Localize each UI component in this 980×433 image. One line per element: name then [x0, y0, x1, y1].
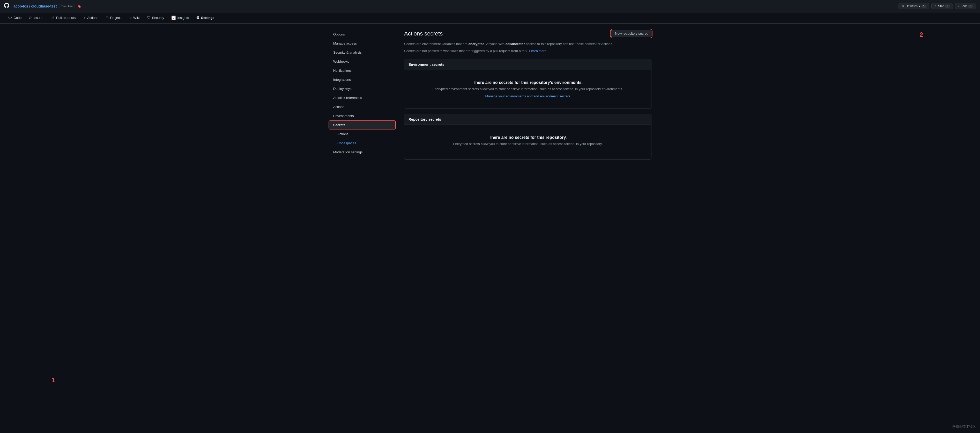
repo-path: jacob-lcs / cloudbase-test: [13, 4, 57, 8]
star-button[interactable]: ☆ Star 0: [931, 3, 953, 9]
sidebar-item-actions-nav[interactable]: Actions: [329, 102, 396, 111]
nav-item-insights[interactable]: 📈 Insights: [168, 13, 192, 23]
sidebar-item-notifications[interactable]: Notifications: [329, 66, 396, 75]
page-title: Actions secrets: [404, 30, 443, 37]
new-repository-secret-button[interactable]: New repository secret: [611, 30, 651, 37]
description-line1: Secrets are environment variables that a…: [404, 42, 651, 47]
nav-item-projects[interactable]: ⊞ Projects: [102, 13, 126, 23]
repo-nav: <> Code ⊙ Issues ⎇ Pull requests ▷ Actio…: [0, 13, 980, 24]
annotation-label-2: 2: [920, 31, 923, 38]
repo-name[interactable]: cloudbase-test: [31, 4, 57, 8]
github-icon: [4, 3, 9, 9]
sidebar-item-deploy-keys[interactable]: Deploy keys: [329, 84, 396, 93]
fork-label: Fork: [961, 5, 967, 8]
nav-label-code: Code: [13, 16, 21, 20]
sidebar-item-security-analysis[interactable]: Security & analysis: [329, 48, 396, 57]
topbar: jacob-lcs / cloudbase-test Template 🔖 👁 …: [0, 0, 980, 13]
issues-icon: ⊙: [29, 16, 32, 20]
watch-count: 1: [921, 5, 926, 8]
repo-owner[interactable]: jacob-lcs: [13, 4, 28, 8]
repo-secrets-header: Repository secrets: [404, 114, 651, 125]
annotation-label-1: 1: [52, 377, 55, 384]
nav-item-issues[interactable]: ⊙ Issues: [25, 13, 47, 23]
sidebar-item-manage-access[interactable]: Manage access: [329, 39, 396, 48]
watch-button[interactable]: 👁 Unwatch ▾ 1: [899, 3, 929, 9]
description-line2: Secrets are not passed to workflows that…: [404, 48, 651, 54]
sidebar-item-webhooks[interactable]: Webhooks: [329, 57, 396, 66]
nav-label-insights: Insights: [177, 16, 189, 20]
settings-icon: ⚙: [196, 16, 199, 20]
nav-label-wiki: Wiki: [133, 16, 140, 20]
nav-item-pull-requests[interactable]: ⎇ Pull requests: [47, 13, 79, 23]
star-label: Star: [938, 5, 944, 8]
eye-icon: 👁: [901, 5, 904, 8]
repo-secrets-empty: There are no secrets for this repository…: [404, 125, 651, 159]
actions-icon: ▷: [83, 16, 86, 20]
nav-item-wiki[interactable]: ≡ Wiki: [126, 13, 143, 23]
bookmark-icon[interactable]: 🔖: [77, 4, 81, 8]
manage-environments-link[interactable]: Manage your environments and add environ…: [485, 94, 570, 98]
star-count: 0: [945, 5, 950, 8]
nav-label-projects: Projects: [110, 16, 123, 20]
sidebar-item-integrations[interactable]: Integrations: [329, 75, 396, 84]
fork-count: 0: [968, 5, 973, 8]
topbar-right: 👁 Unwatch ▾ 1 ☆ Star 0 ⑂ Fork 0: [899, 3, 976, 9]
sidebar-item-secrets[interactable]: Secrets: [329, 120, 396, 129]
nav-label-pull-requests: Pull requests: [56, 16, 76, 20]
sidebar-item-codespaces[interactable]: Codespaces: [333, 139, 396, 148]
sidebar-item-autolink-references[interactable]: Autolink references: [329, 93, 396, 102]
star-icon: ☆: [934, 5, 937, 8]
nav-label-issues: Issues: [33, 16, 43, 20]
topbar-left: jacob-lcs / cloudbase-test Template 🔖: [4, 3, 896, 9]
wiki-icon: ≡: [130, 16, 132, 20]
pull-requests-icon: ⎇: [51, 16, 54, 20]
content-area: Actions secrets New repository secret Se…: [396, 30, 651, 160]
template-badge: Template: [59, 4, 75, 8]
env-secrets-empty: There are no secrets for this repository…: [404, 70, 651, 109]
repository-secrets-section: Repository secrets There are no secrets …: [404, 114, 651, 160]
page-header: Actions secrets New repository secret: [404, 30, 651, 37]
sidebar-item-options[interactable]: Options: [329, 30, 396, 39]
main-container: Options Manage access Security & analysi…: [325, 24, 655, 166]
env-secrets-empty-desc: Encrypted environment secrets allow you …: [410, 87, 646, 91]
nav-label-actions: Actions: [87, 16, 98, 20]
code-icon: <>: [8, 16, 12, 20]
env-secrets-header: Environment secrets: [404, 59, 651, 70]
sidebar-item-actions-sub[interactable]: Actions: [333, 129, 396, 139]
fork-icon: ⑂: [958, 5, 959, 8]
nav-label-security: Security: [152, 16, 164, 20]
watch-label: Unwatch: [905, 5, 918, 8]
env-secrets-empty-title: There are no secrets for this repository…: [410, 80, 646, 85]
watermark: @掘金技术社区: [952, 424, 976, 429]
sidebar: Options Manage access Security & analysi…: [329, 30, 396, 160]
insights-icon: 📈: [171, 16, 176, 20]
repo-secrets-empty-title: There are no secrets for this repository…: [410, 135, 646, 140]
fork-button[interactable]: ⑂ Fork 0: [955, 3, 976, 9]
nav-item-security[interactable]: 🛡 Security: [143, 13, 168, 23]
repo-secrets-empty-desc: Encrypted secrets allow you to store sen…: [410, 142, 646, 146]
sidebar-sub-actions: Actions Codespaces: [329, 129, 396, 148]
nav-item-settings[interactable]: ⚙ Settings: [192, 13, 218, 23]
security-icon: 🛡: [147, 16, 151, 20]
repo-slash: /: [29, 4, 30, 8]
nav-item-code[interactable]: <> Code: [4, 13, 25, 23]
watch-chevron-icon: ▾: [919, 5, 920, 8]
sidebar-item-environments[interactable]: Environments: [329, 111, 396, 120]
nav-label-settings: Settings: [201, 16, 214, 20]
nav-item-actions[interactable]: ▷ Actions: [79, 13, 102, 23]
environment-secrets-section: Environment secrets There are no secrets…: [404, 59, 651, 109]
learn-more-link[interactable]: Learn more.: [529, 49, 547, 53]
projects-icon: ⊞: [105, 16, 109, 20]
sidebar-item-moderation-settings[interactable]: Moderation settings: [329, 148, 396, 157]
